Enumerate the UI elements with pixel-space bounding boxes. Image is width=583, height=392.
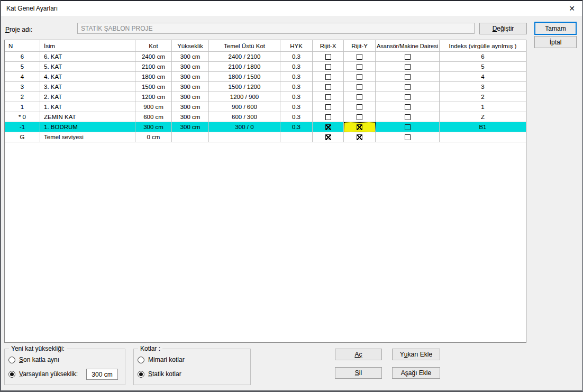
asansor-cell[interactable] <box>376 62 440 72</box>
temel_ustu_kot-cell[interactable]: 900 / 600 <box>209 102 280 112</box>
radio-icon[interactable] <box>138 371 144 378</box>
radio-default-height[interactable]: Varsayılan yükseklik: <box>8 370 78 378</box>
ok-button[interactable]: Tamam <box>534 22 577 35</box>
rijit_y-cell[interactable] <box>344 102 376 112</box>
isim-cell[interactable]: 2. KAT <box>40 92 135 102</box>
change-button[interactable]: Değiştir <box>479 23 527 34</box>
hyk-cell[interactable]: 0.3 <box>280 112 313 122</box>
temel_ustu_kot-cell[interactable]: 600 / 300 <box>209 112 280 122</box>
kot-cell[interactable]: 900 cm <box>135 102 172 112</box>
rijit_x-checkbox[interactable] <box>325 74 331 80</box>
rijit_y-checkbox[interactable] <box>357 64 362 70</box>
asansor-cell[interactable] <box>376 52 440 62</box>
rijit_y-cell[interactable] <box>344 62 376 72</box>
hyk-cell[interactable]: 0.3 <box>280 102 313 112</box>
project-name-field[interactable] <box>77 23 475 34</box>
rijit_x-checkbox[interactable] <box>325 114 331 120</box>
asansor-checkbox[interactable] <box>405 54 411 60</box>
table-row[interactable]: * 0ZEMİN KAT600 cm300 cm600 / 3000.3Z <box>5 112 526 122</box>
rijit_x-checkbox[interactable] <box>325 134 331 140</box>
n-cell[interactable]: 1 <box>5 102 40 112</box>
kot-cell[interactable]: 1500 cm <box>135 82 172 92</box>
yukseklik-cell[interactable]: 300 cm <box>172 62 209 72</box>
yukseklik-cell[interactable] <box>172 132 209 142</box>
rijit_y-cell[interactable] <box>344 112 376 122</box>
rijit_x-cell[interactable] <box>313 122 344 132</box>
indeks-cell[interactable]: B1 <box>440 122 526 132</box>
indeks-cell[interactable]: 4 <box>440 72 526 82</box>
asansor-checkbox[interactable] <box>405 64 411 70</box>
isim-cell[interactable]: 4. KAT <box>40 72 135 82</box>
n-cell[interactable]: 6 <box>5 52 40 62</box>
radio-icon[interactable] <box>8 371 15 378</box>
asansor-cell[interactable] <box>376 112 440 122</box>
n-cell[interactable]: -1 <box>5 122 40 132</box>
kot-cell[interactable]: 1800 cm <box>135 72 172 82</box>
asansor-cell[interactable] <box>376 82 440 92</box>
rijit_x-checkbox[interactable] <box>325 54 331 60</box>
yukseklik-cell[interactable]: 300 cm <box>172 92 209 102</box>
radio-architectural-levels[interactable]: Mimari kotlar <box>138 356 185 363</box>
asansor-checkbox[interactable] <box>405 114 411 120</box>
indeks-cell[interactable] <box>440 132 526 142</box>
yukseklik-cell[interactable]: 300 cm <box>172 122 209 132</box>
indeks-cell[interactable]: 6 <box>440 52 526 62</box>
kot-cell[interactable]: 0 cm <box>135 132 172 142</box>
rijit_x-cell[interactable] <box>313 82 344 92</box>
hyk-cell[interactable] <box>280 132 313 142</box>
indeks-cell[interactable]: 1 <box>440 102 526 112</box>
rijit_x-checkbox[interactable] <box>325 64 331 70</box>
n-cell[interactable]: 2 <box>5 92 40 102</box>
asansor-cell[interactable] <box>376 102 440 112</box>
rijit_y-checkbox[interactable] <box>357 94 362 100</box>
yukseklik-cell[interactable]: 300 cm <box>172 102 209 112</box>
rijit_y-checkbox[interactable] <box>357 124 362 130</box>
hyk-cell[interactable]: 0.3 <box>280 82 313 92</box>
indeks-cell[interactable]: 3 <box>440 82 526 92</box>
table-row[interactable]: 11. KAT900 cm300 cm900 / 6000.31 <box>5 102 526 112</box>
hyk-cell[interactable]: 0.3 <box>280 92 313 102</box>
open-button[interactable]: Aç <box>335 349 382 360</box>
asansor-checkbox[interactable] <box>405 94 411 100</box>
kot-cell[interactable]: 2100 cm <box>135 62 172 72</box>
n-cell[interactable]: * 0 <box>5 112 40 122</box>
rijit_y-cell[interactable] <box>344 72 376 82</box>
radio-icon[interactable] <box>8 357 15 363</box>
table-row[interactable]: 33. KAT1500 cm300 cm1500 / 12000.33 <box>5 82 526 92</box>
hyk-cell[interactable]: 0.3 <box>280 122 313 132</box>
rijit_y-checkbox[interactable] <box>357 104 362 110</box>
rijit_y-cell[interactable] <box>344 132 376 142</box>
isim-cell[interactable]: 1. BODRUM <box>40 122 135 132</box>
radio-same-as-last-floor[interactable]: Son katla aynı <box>8 356 59 363</box>
rijit_y-cell[interactable] <box>344 92 376 102</box>
close-icon[interactable]: ✕ <box>566 3 578 14</box>
table-row[interactable]: 66. KAT2400 cm300 cm2400 / 21000.36 <box>5 52 526 62</box>
rijit_y-checkbox[interactable] <box>357 74 362 80</box>
asansor-cell[interactable] <box>376 132 440 142</box>
temel_ustu_kot-cell[interactable]: 1200 / 900 <box>209 92 280 102</box>
table-row[interactable]: GTemel seviyesi0 cm <box>5 132 526 142</box>
yukseklik-cell[interactable]: 300 cm <box>172 112 209 122</box>
rijit_y-cell[interactable] <box>344 122 376 132</box>
hyk-cell[interactable]: 0.3 <box>280 52 313 62</box>
temel_ustu_kot-cell[interactable]: 1500 / 1200 <box>209 82 280 92</box>
kot-cell[interactable]: 300 cm <box>135 122 172 132</box>
add-below-button[interactable]: Aşağı Ekle <box>392 367 440 379</box>
isim-cell[interactable]: ZEMİN KAT <box>40 112 135 122</box>
isim-cell[interactable]: Temel seviyesi <box>40 132 135 142</box>
yukseklik-cell[interactable]: 300 cm <box>172 52 209 62</box>
hyk-cell[interactable]: 0.3 <box>280 62 313 72</box>
temel_ustu_kot-cell[interactable]: 2400 / 2100 <box>209 52 280 62</box>
delete-button[interactable]: Sil <box>335 367 382 379</box>
rijit_x-checkbox[interactable] <box>325 104 331 110</box>
hyk-cell[interactable]: 0.3 <box>280 72 313 82</box>
rijit_y-checkbox[interactable] <box>357 54 362 60</box>
indeks-cell[interactable]: 5 <box>440 62 526 72</box>
rijit_y-checkbox[interactable] <box>357 84 362 90</box>
n-cell[interactable]: G <box>5 132 40 142</box>
asansor-checkbox[interactable] <box>405 104 411 110</box>
rijit_y-checkbox[interactable] <box>357 134 362 140</box>
asansor-checkbox[interactable] <box>405 134 411 140</box>
asansor-checkbox[interactable] <box>405 124 411 130</box>
rijit_x-cell[interactable] <box>313 102 344 112</box>
